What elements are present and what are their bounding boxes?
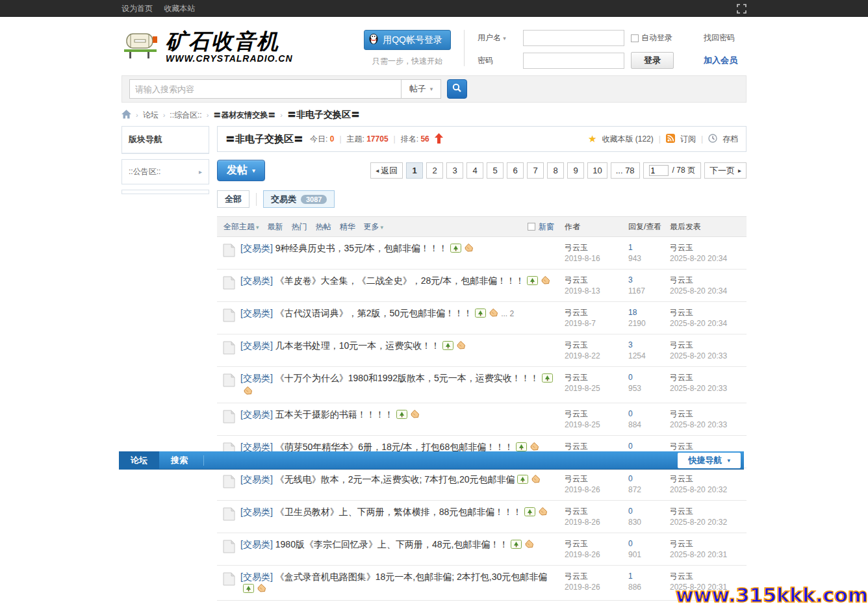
lastpost-author-link[interactable]: 弓云玉 [670,441,747,452]
site-logo[interactable]: 矿石收音机 WWW.CRYSTALRADIO.CN [121,30,293,66]
quick-nav-button[interactable]: 快捷导航▾ [678,453,741,468]
lastpost-time[interactable]: 2025-8-20 20:34 [670,253,747,264]
thread-title-link[interactable]: 五本关于摄影的书籍！！！！ [275,409,394,420]
lastpost-time[interactable]: 2025-8-20 20:33 [670,383,747,394]
qq-login-button[interactable]: 用QQ帐号登录 [364,30,451,50]
thread-category-tag[interactable]: [交易类] [240,409,273,420]
thread-author-link[interactable]: 弓云玉 [565,538,628,549]
thread-title-link[interactable]: 《古代汉语词典》，第2版，50元包邮非偏！！！ [275,308,472,318]
lastpost-time[interactable]: 2025-8-20 20:34 [670,286,747,297]
breadcrumb-parent-board[interactable]: 〓器材友情交换〓 [213,110,275,121]
breadcrumb-zone[interactable]: ::综合区:: [170,110,201,121]
filter-more[interactable]: 更多▾ [364,221,384,233]
new-post-button[interactable]: 发帖▾ [217,160,265,181]
page-button-10[interactable]: 10 [587,162,607,179]
thread-category-tag[interactable]: [交易类] [240,275,273,286]
thread-author-link[interactable]: 弓云玉 [565,275,628,286]
thread-category-tag[interactable]: [交易类] [240,539,273,549]
lastpost-author-link[interactable]: 弓云玉 [670,242,747,253]
lastpost-author-link[interactable]: 弓云玉 [670,571,747,582]
floatbar-tab-forum[interactable]: 论坛 [119,451,159,470]
thread-author-link[interactable]: 弓云玉 [565,242,628,253]
search-input[interactable] [129,79,401,99]
tab-trade[interactable]: 交易类 3087 [263,190,335,208]
thread-category-tag[interactable]: [交易类] [240,474,273,484]
lastpost-author-link[interactable]: 弓云玉 [670,506,747,517]
tab-all[interactable]: 全部 [217,190,249,208]
thread-author-link[interactable]: 弓云玉 [565,441,628,452]
thread-category-tag[interactable]: [交易类] [240,373,273,383]
thread-title-link[interactable]: 1980版《李宗仁回忆录》上、下两册，48元,包邮非偏！！ [275,539,509,549]
lastpost-time[interactable]: 2025-8-20 20:34 [670,318,747,329]
sidebar-item-announcements[interactable]: ::公告区:: ▸ [122,160,209,184]
thread-author-link[interactable]: 弓云玉 [565,473,628,484]
thread-category-tag[interactable]: [交易类] [240,243,273,253]
join-member-link[interactable]: 加入会员 [704,55,747,66]
lastpost-author-link[interactable]: 弓云玉 [670,372,747,383]
thread-title-link[interactable]: 9种经典历史书，35元/本，包邮非偏！！！ [275,243,448,253]
thread-author-link[interactable]: 弓云玉 [565,506,628,517]
thread-title-link[interactable]: 《萌芽50年精华本》6册，18元/本，打包68包邮非偏！！！ [275,442,513,452]
lastpost-author-link[interactable]: 弓云玉 [670,409,747,420]
favorite-board-link[interactable]: 收藏本版 (122) [602,134,653,145]
lastpost-author-link[interactable]: 弓云玉 [670,275,747,286]
bookmark-site-link[interactable]: 收藏本站 [164,4,195,13]
thread-title-link[interactable]: 《无线电》散本，2元一本,运费实收; 7本打包,20元包邮非偏 [275,474,515,484]
fullscreen-icon[interactable] [737,4,747,14]
lastpost-time[interactable]: 2025-8-20 20:32 [670,517,747,528]
lastpost-author-link[interactable]: 弓云玉 [670,538,747,549]
lastpost-author-link[interactable]: 弓云玉 [670,340,747,351]
username-input[interactable] [523,30,624,46]
breadcrumb-current-board[interactable]: 〓非电子交换区〓 [287,109,360,121]
page-button-8[interactable]: 8 [547,162,564,179]
search-button[interactable] [447,79,467,99]
home-icon[interactable] [121,110,131,121]
thread-pages-suffix[interactable]: ... 2 [501,309,514,318]
thread-title-link[interactable]: 《十万个为什么》1980和1992版散本，5元一本，运费实收！！！ [275,373,539,383]
lastpost-time[interactable]: 2025-8-20 20:31 [670,549,747,560]
page-button-6[interactable]: 6 [507,162,524,179]
thread-author-link[interactable]: 弓云玉 [565,571,628,582]
archive-link[interactable]: 存档 [722,134,738,145]
lastpost-time[interactable]: 2025-8-20 20:33 [670,420,747,431]
thread-title-link[interactable]: 几本老书处理，10元一本，运费实收！！ [275,340,440,351]
thread-author-link[interactable]: 弓云玉 [565,372,628,383]
password-input[interactable] [523,53,624,69]
thread-author-link[interactable]: 弓云玉 [565,307,628,318]
thread-author-link[interactable]: 弓云玉 [565,409,628,420]
page-button-4[interactable]: 4 [466,162,483,179]
filter-all-subjects[interactable]: 全部主题▾ [223,221,259,233]
filter-hot-posts[interactable]: 热帖 [316,221,331,233]
page-button-3[interactable]: 3 [446,162,463,179]
filter-digest[interactable]: 精华 [340,221,355,233]
thread-category-tag[interactable]: [交易类] [240,442,273,452]
thread-author-link[interactable]: 弓云玉 [565,340,628,351]
page-jump-input[interactable] [649,165,669,176]
breadcrumb-forum[interactable]: 论坛 [143,110,159,121]
auto-login-checkbox[interactable]: 自动登录 [631,32,698,44]
page-ellipsis-last[interactable]: ... 78 [611,162,640,179]
username-label[interactable]: 用户名 ▾ [478,32,518,44]
lastpost-author-link[interactable]: 弓云玉 [670,307,747,318]
set-homepage-link[interactable]: 设为首页 [121,4,153,13]
thread-title-link[interactable]: 《羊皮卷》大全集，《二战全史》，28元/本，包邮非偏！！！ [275,275,524,286]
login-button[interactable]: 登录 [631,52,674,69]
search-type-select[interactable]: 帖子▾ [401,79,441,99]
back-button[interactable]: ◂返回 [370,162,403,179]
thread-title-link[interactable]: 《卫生员教材》上、下两册，繁体横排，88元包邮非偏！！！ [275,507,522,517]
thread-category-tag[interactable]: [交易类] [240,340,273,351]
thread-category-tag[interactable]: [交易类] [240,308,273,318]
lastpost-time[interactable]: 2025-8-20 20:32 [670,484,747,496]
next-page-button[interactable]: 下一页▸ [704,162,747,179]
lastpost-time[interactable]: 2025-8-20 20:33 [670,351,747,362]
page-button-5[interactable]: 5 [487,162,504,179]
thread-category-tag[interactable]: [交易类] [240,507,273,517]
page-button-7[interactable]: 7 [527,162,544,179]
filter-latest[interactable]: 最新 [268,221,283,233]
subscribe-link[interactable]: 订阅 [680,134,696,145]
page-button-2[interactable]: 2 [426,162,443,179]
lastpost-author-link[interactable]: 弓云玉 [670,473,747,484]
find-password-link[interactable]: 找回密码 [704,32,747,44]
new-window-label[interactable]: 新窗 [539,221,554,233]
new-window-checkbox[interactable] [528,223,535,231]
